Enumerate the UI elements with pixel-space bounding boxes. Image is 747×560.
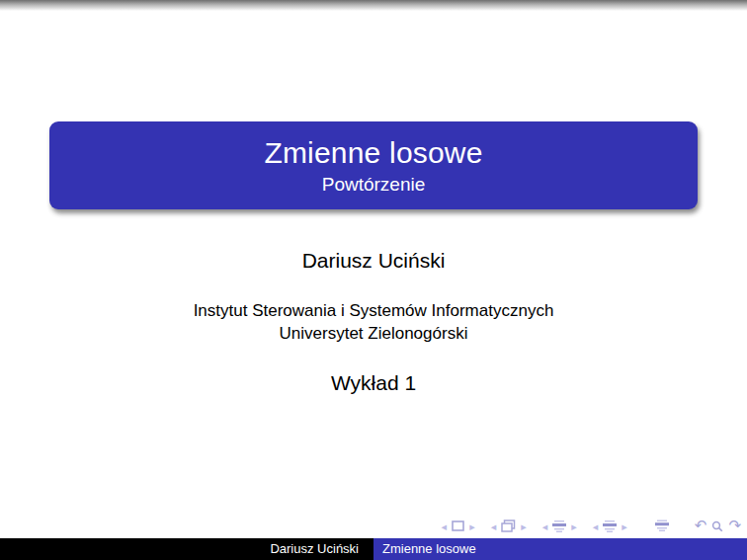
search-icon[interactable] — [711, 520, 723, 532]
document-icon[interactable] — [655, 520, 669, 532]
section-back-icon[interactable]: ◂ — [593, 520, 599, 532]
frame-forward-icon[interactable]: ▸ — [521, 520, 527, 532]
frame-icon[interactable] — [501, 520, 516, 532]
lecture-number: Wykład 1 — [0, 369, 747, 397]
subsection-icon[interactable] — [552, 520, 566, 532]
document-nav-group — [655, 520, 669, 532]
frame-nav-group: ◂ ▸ — [491, 520, 527, 532]
institute-block: Instytut Sterowania i Systemów Informaty… — [0, 299, 747, 345]
slide-icon[interactable] — [452, 520, 464, 531]
beamer-title-slide: Zmienne losowe Powtórzenie Dariusz Ucińs… — [0, 0, 747, 560]
slide-nav-group: ◂ ▸ — [442, 520, 475, 532]
slide-subtitle: Powtórzenie — [322, 172, 426, 198]
footline-author: Dariusz Uciński — [0, 538, 374, 560]
history-nav-group: ↶ ↷ — [695, 519, 741, 533]
subsection-back-icon[interactable]: ◂ — [542, 520, 548, 532]
footline-title: Zmienne losowe — [374, 538, 747, 560]
title-box: Zmienne losowe Powtórzenie — [49, 121, 698, 209]
institute-line-2: Universytet Zielonogórski — [0, 322, 747, 345]
frame-back-icon[interactable]: ◂ — [491, 520, 497, 532]
beamer-navigation-bar: ◂ ▸ ◂ ▸ ◂ — [442, 519, 741, 533]
history-back-icon[interactable]: ↶ — [695, 519, 707, 533]
top-shading-bar — [0, 0, 747, 11]
slide-back-icon[interactable]: ◂ — [442, 520, 448, 532]
section-nav-group: ◂ ▸ — [593, 520, 627, 532]
section-forward-icon[interactable]: ▸ — [622, 520, 627, 532]
subsection-nav-group: ◂ ▸ — [542, 520, 577, 532]
slide-forward-icon[interactable]: ▸ — [469, 520, 475, 532]
slide-title: Zmienne losowe — [264, 134, 482, 172]
section-icon[interactable] — [603, 520, 617, 532]
subsection-forward-icon[interactable]: ▸ — [571, 520, 577, 532]
footline: Dariusz Uciński Zmienne losowe — [0, 538, 747, 560]
author-name: Dariusz Uciński — [0, 247, 747, 275]
history-forward-icon[interactable]: ↷ — [728, 519, 741, 533]
institute-line-1: Instytut Sterowania i Systemów Informaty… — [0, 299, 747, 322]
